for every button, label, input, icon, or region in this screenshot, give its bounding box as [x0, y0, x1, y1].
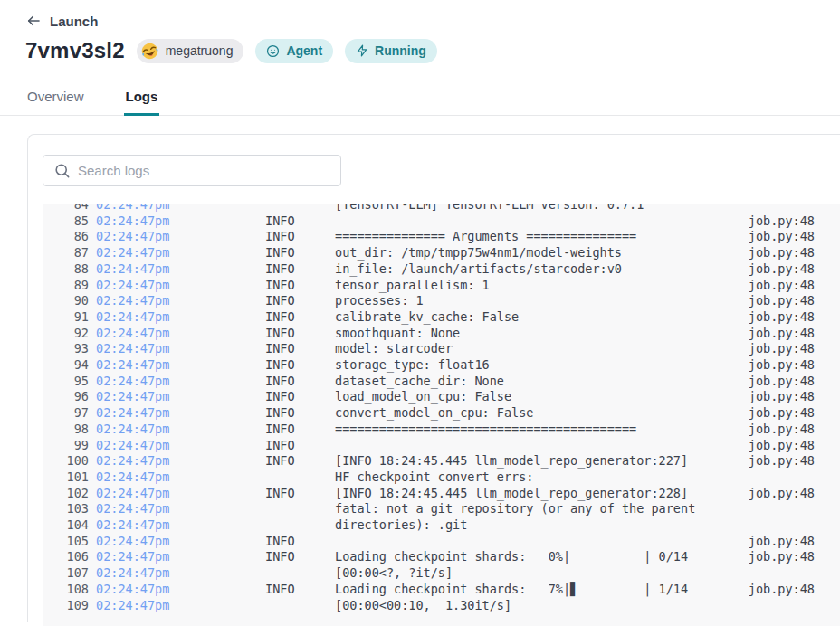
log-message: model: starcoder: [335, 341, 749, 357]
log-timestamp: 02:24:47pm: [89, 405, 265, 422]
log-level: INFO: [265, 293, 335, 309]
search-input[interactable]: [43, 155, 341, 186]
log-source: [815, 204, 840, 213]
log-row: 101 02:24:47pm HF checkpoint convert err…: [43, 470, 840, 486]
log-source: job.py:48: [749, 389, 840, 405]
log-source: job.py:48: [749, 422, 840, 438]
log-line-number: 109: [43, 598, 89, 614]
log-timestamp: 02:24:47pm: [89, 245, 265, 261]
log-source: job.py:48: [749, 453, 840, 470]
page-header: Launch 7vmv3sl2 megatruong Agent Running: [0, 0, 840, 63]
log-row: 91 02:24:47pm INFO calibrate_kv_cache: F…: [43, 309, 840, 326]
log-source: job.py:48: [749, 229, 840, 245]
log-source: job.py:48: [749, 245, 840, 261]
tab-logs[interactable]: Logs: [124, 80, 160, 115]
log-line-number: 96: [43, 389, 89, 405]
log-level: INFO: [265, 486, 335, 502]
log-source: job.py:48: [749, 278, 840, 294]
log-timestamp: 02:24:47pm: [89, 501, 265, 517]
log-level: INFO: [265, 389, 335, 405]
log-timestamp: 02:24:47pm: [89, 422, 265, 438]
back-arrow-icon[interactable]: [25, 13, 42, 29]
log-timestamp: 02:24:47pm: [89, 438, 265, 454]
log-line-number: 104: [43, 517, 89, 534]
log-source: job.py:48: [749, 582, 840, 598]
log-row: 107 02:24:47pm [00:00<?, ?it/s]: [43, 565, 840, 582]
log-row: 94 02:24:47pm INFO storage_type: float16…: [43, 357, 840, 374]
owner-badge[interactable]: megatruong: [137, 39, 244, 63]
log-level: INFO: [265, 357, 335, 374]
log-level: INFO: [265, 582, 335, 598]
tab-overview[interactable]: Overview: [25, 80, 86, 115]
log-source: [815, 470, 840, 486]
status-badge: Running: [345, 39, 437, 63]
log-timestamp: 02:24:47pm: [89, 204, 265, 213]
owner-name: megatruong: [166, 43, 234, 58]
log-line-number: 89: [43, 278, 89, 294]
log-timestamp: 02:24:47pm: [89, 470, 265, 486]
log-timestamp: 02:24:47pm: [89, 374, 265, 390]
log-timestamp: 02:24:47pm: [89, 598, 265, 614]
log-row: 92 02:24:47pm INFO smoothquant: None job…: [43, 326, 840, 342]
log-source: [815, 501, 840, 517]
log-source: job.py:48: [749, 405, 840, 422]
log-source: job.py:48: [749, 309, 840, 326]
log-line-number: 94: [43, 357, 89, 374]
bolt-icon: [356, 44, 368, 57]
log-level: INFO: [265, 422, 335, 438]
log-source: [815, 517, 840, 534]
log-row: 85 02:24:47pm INFO job.py:48: [43, 213, 840, 230]
log-row: 102 02:24:47pm INFO [INFO 18:24:45.445 l…: [43, 486, 840, 502]
log-timestamp: 02:24:47pm: [89, 453, 265, 470]
log-line-number: 102: [43, 486, 89, 502]
agent-badge-label: Agent: [286, 43, 322, 58]
log-timestamp: 02:24:47pm: [89, 261, 265, 278]
log-level: [265, 517, 335, 534]
log-line-number: 107: [43, 565, 89, 582]
log-message: [INFO 18:24:45.445 llm_model_repo_genera…: [335, 486, 749, 502]
log-row: 90 02:24:47pm INFO processes: 1 job.py:4…: [43, 293, 840, 309]
log-message: fatal: not a git repository (or any of t…: [335, 501, 815, 517]
log-row: 98 02:24:47pm INFO =====================…: [43, 422, 840, 438]
log-line-number: 95: [43, 374, 89, 390]
log-message: convert_model_on_cpu: False: [335, 405, 749, 422]
log-level: INFO: [265, 245, 335, 261]
log-row: 97 02:24:47pm INFO convert_model_on_cpu:…: [43, 405, 840, 422]
log-message: [INFO 18:24:45.445 llm_model_repo_genera…: [335, 453, 749, 470]
log-line-number: 108: [43, 582, 89, 598]
log-area: 84 02:24:47pm [TensorRT-LLM] TensorRT-LL…: [43, 204, 840, 626]
log-message: [TensorRT-LLM] TensorRT-LLM version: 0.7…: [335, 204, 815, 213]
log-message: dataset_cache_dir: None: [335, 374, 749, 390]
log-message: Loading checkpoint shards: 0%| | 0/14: [335, 549, 749, 565]
log-message: processes: 1: [335, 293, 749, 309]
log-source: job.py:48: [749, 549, 840, 565]
log-level: [265, 501, 335, 517]
agent-badge: Agent: [255, 39, 333, 63]
log-message: [335, 213, 749, 230]
log-timestamp: 02:24:47pm: [89, 229, 265, 245]
agent-icon: [266, 44, 280, 58]
log-row: 93 02:24:47pm INFO model: starcoder job.…: [43, 341, 840, 357]
breadcrumb-launch-label[interactable]: Launch: [50, 14, 98, 29]
launch-logs-page: { "header": { "breadcrumb": "Launch", "t…: [0, 0, 840, 626]
log-message: ========================================…: [335, 422, 749, 438]
log-message: tensor_parallelism: 1: [335, 278, 749, 294]
log-source: job.py:48: [749, 486, 840, 502]
log-row: 89 02:24:47pm INFO tensor_parallelism: 1…: [43, 278, 840, 294]
log-timestamp: 02:24:47pm: [89, 278, 265, 294]
search-icon: [53, 162, 71, 183]
log-timestamp: 02:24:47pm: [89, 357, 265, 374]
log-line-number: 97: [43, 405, 89, 422]
log-viewport[interactable]: 84 02:24:47pm [TensorRT-LLM] TensorRT-LL…: [43, 204, 840, 615]
log-timestamp: 02:24:47pm: [89, 341, 265, 357]
log-line-number: 84: [43, 204, 89, 213]
log-level: [265, 598, 335, 614]
log-row: 88 02:24:47pm INFO in_file: /launch/arti…: [43, 261, 840, 278]
log-content: 84 02:24:47pm [TensorRT-LLM] TensorRT-LL…: [43, 204, 840, 613]
breadcrumb: Launch: [25, 13, 815, 29]
log-level: INFO: [265, 341, 335, 357]
log-level: INFO: [265, 261, 335, 278]
search-box: [43, 155, 341, 186]
log-timestamp: 02:24:47pm: [89, 293, 265, 309]
log-line-number: 92: [43, 326, 89, 342]
